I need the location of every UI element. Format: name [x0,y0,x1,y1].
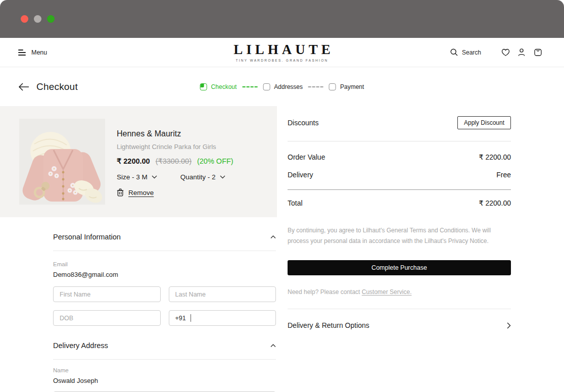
logo-wordmark: LILHAUTE [230,42,334,56]
logo-tagline: TINY WARDROBES. GRAND FASHION [230,59,334,62]
terms-text: By continuing, you agree to Lilhaut's Ge… [288,225,511,247]
total-row: Total ₹ 2200.00 [288,199,511,207]
delivery-row: Delivery Free [288,171,511,179]
total-divider [288,189,511,190]
wishlist-button[interactable] [497,48,513,57]
chevron-down-icon [220,175,225,179]
app-window: Menu LILHAUTE TINY WARDROBES. GRAND FASH… [0,0,564,392]
delivery-address-section-header[interactable]: Delivery Address [53,341,276,350]
quantity-label: Quantity - 2 [180,173,216,181]
total-amount: ₹ 2200.00 [479,199,511,207]
delivery-label: Delivery [288,171,313,179]
delivery-return-label: Delivery & Return Options [288,321,369,329]
total-label: Total [288,199,303,207]
step-addresses[interactable]: Addresses [263,83,303,90]
phone-country-prefix: +91 [175,315,186,322]
last-name-input[interactable] [169,286,276,302]
checkout-header: Checkout Checkout Addresses Payment [0,67,564,106]
delivery-amount: Free [496,171,511,179]
window-close-button[interactable] [21,15,28,23]
remove-label: Remove [128,189,154,197]
step-checkbox-icon [329,83,336,90]
back-arrow-icon[interactable] [18,82,29,91]
phone-input[interactable]: +91 [169,310,276,326]
complete-purchase-button[interactable]: Complete Purchase [288,260,511,275]
wishlist-heart-icon [501,48,510,57]
variant-row: Size - 3 M Quantity - 2 [117,173,233,181]
price-row: ₹ 2200.00 (₹3300.00) (20% OFF) [117,157,233,165]
step-checkbox-icon [200,83,207,90]
window-minimize-button[interactable] [34,15,41,23]
menu-button[interactable]: Menu [18,49,47,56]
cart-item-card: Hennes & Mauritz Lightweight Crincle Par… [0,106,277,217]
email-value: Demo836@gmail.com [53,271,276,278]
name-input-row [53,286,276,302]
summary-divider [288,141,511,141]
window-titlebar [0,0,564,38]
step-connector [242,86,257,87]
discount-badge: (20% OFF) [197,157,233,165]
step-connector [308,86,323,87]
order-value-row: Order Value ₹ 2200.00 [288,153,511,161]
discounts-row: Discounts Apply Discount [288,116,511,129]
apply-discount-button[interactable]: Apply Discount [457,116,511,129]
size-selector[interactable]: Size - 3 M [117,173,157,181]
menu-icon [18,50,26,56]
first-name-input[interactable] [53,286,161,302]
search-label: Search [462,49,481,56]
delivery-return-options-row[interactable]: Delivery & Return Options [288,321,511,329]
section-title: Delivery Address [53,341,108,350]
size-label: Size - 3 M [117,173,148,181]
menu-label: Menu [31,49,47,56]
discounts-label: Discounts [288,119,318,127]
price-current: ₹ 2200.00 [117,157,150,165]
chevron-down-icon [152,175,157,179]
search-icon [450,48,458,57]
window-zoom-button[interactable] [47,15,55,23]
left-column: Hennes & Mauritz Lightweight Crincle Par… [0,106,277,392]
chevron-up-icon [270,235,276,239]
trash-icon [117,188,124,197]
order-summary-panel: Discounts Apply Discount Order Value ₹ 2… [288,106,511,329]
product-info: Hennes & Mauritz Lightweight Crincle Par… [117,119,233,217]
name-label: Name [53,367,276,373]
checkout-content: Hennes & Mauritz Lightweight Crincle Par… [0,106,564,392]
account-button[interactable] [513,48,530,57]
checkout-form: Personal Information Email Demo836@gmail… [53,233,276,392]
name-value: Oswald Joseph [53,377,276,384]
help-text: Need help? Please contact [288,288,362,296]
chevron-right-icon [507,322,511,329]
price-original: (₹3300.00) [156,157,192,165]
dob-input[interactable] [53,310,161,326]
site-header: Menu LILHAUTE TINY WARDROBES. GRAND FASH… [0,38,564,67]
email-field-static: Email Demo836@gmail.com [53,261,276,278]
section-divider [53,251,276,251]
account-icon [518,48,526,57]
quantity-selector[interactable]: Quantity - 2 [180,173,225,181]
cart-button[interactable] [530,48,546,57]
order-value-amount: ₹ 2200.00 [479,153,511,161]
step-checkbox-icon [263,83,270,90]
summary-divider [288,309,511,309]
section-title: Personal Information [53,233,121,241]
page-title: Checkout [36,81,78,92]
header-actions: Search [450,48,546,57]
order-value-label: Order Value [288,153,325,161]
bag-icon [534,48,542,57]
section-divider [53,359,276,360]
search-button[interactable]: Search [450,48,481,57]
email-label: Email [53,261,276,267]
customer-service-link[interactable]: Customer Service. [362,288,412,296]
chevron-up-icon [270,344,276,348]
step-checkout[interactable]: Checkout [200,83,237,90]
dob-phone-row: +91 [53,310,276,326]
personal-information-section-header[interactable]: Personal Information [53,233,276,241]
brand-logo[interactable]: LILHAUTE TINY WARDROBES. GRAND FASHION [230,42,334,62]
product-image [19,119,105,205]
product-name: Lightweight Crincle Parka for Girls [117,143,233,151]
text-cursor [191,314,191,322]
checkout-stepper: Checkout Addresses Payment [200,83,364,90]
remove-item-button[interactable]: Remove [117,188,233,197]
recipient-name-static: Name Oswald Joseph [53,367,276,384]
step-payment[interactable]: Payment [329,83,364,90]
